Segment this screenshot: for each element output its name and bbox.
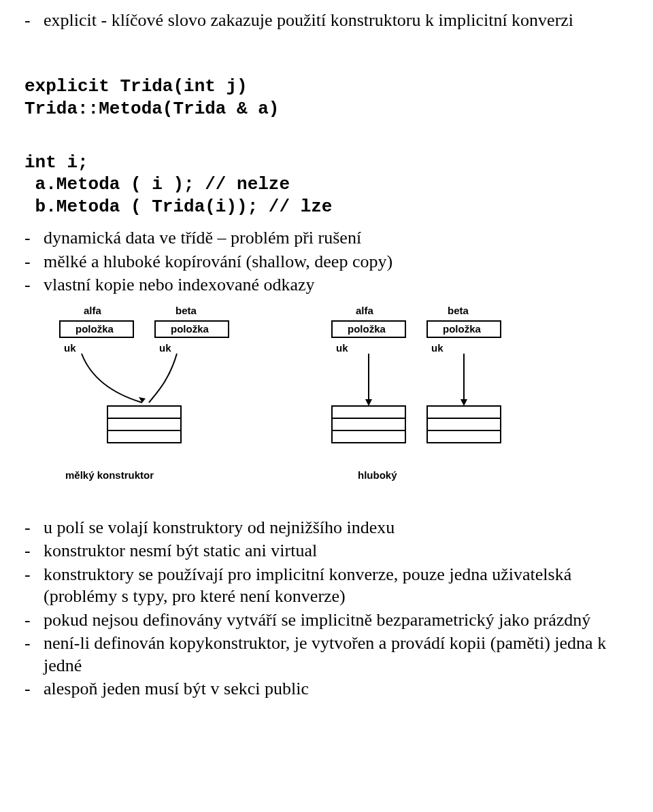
label-polozka: položka bbox=[443, 323, 481, 335]
bullet-text: alespoň jeden musí být v sekci public bbox=[44, 678, 629, 700]
label-uk: uk bbox=[336, 342, 348, 354]
bullet-not-static-virtual: - konstruktor nesmí být static ani virtu… bbox=[24, 540, 629, 562]
code-line: a.Metoda ( i ); // nelze bbox=[24, 174, 290, 194]
label-alfa: alfa bbox=[84, 305, 102, 316]
bullet-dash: - bbox=[24, 609, 44, 632]
bullet-array-constructors: - u polí se volají konstruktory od nejni… bbox=[24, 517, 629, 539]
svg-rect-15 bbox=[332, 430, 405, 443]
svg-rect-13 bbox=[332, 406, 405, 418]
page: - explicit - klíčové slovo zakazuje použ… bbox=[0, 0, 653, 812]
label-beta: beta bbox=[448, 305, 469, 316]
label-deep-constructor: hluboký bbox=[358, 469, 397, 481]
bullet-implicit-conversion: - konstruktory se používají pro implicit… bbox=[24, 564, 629, 608]
label-uk: uk bbox=[431, 342, 443, 354]
svg-rect-18 bbox=[427, 430, 501, 443]
bullet-text: není-li definován kopykonstruktor, je vy… bbox=[44, 632, 629, 677]
bullet-text: konstruktory se používají pro implicitní… bbox=[44, 564, 629, 608]
bullet-text: mělké a hluboké kopírování (shallow, dee… bbox=[44, 251, 629, 273]
bullet-dash: - bbox=[24, 517, 44, 539]
bullet-text: dynamická data ve třídě – problém při ru… bbox=[44, 227, 629, 250]
bullet-default-constructor: - pokud nejsou definovány vytváří se imp… bbox=[24, 609, 629, 632]
spacer bbox=[24, 33, 629, 44]
code-line: Trida::Metoda(Trida & a) bbox=[24, 99, 279, 119]
bullet-dynamic-data: - dynamická data ve třídě – problém při … bbox=[24, 227, 629, 250]
label-polozka: položka bbox=[348, 323, 386, 335]
code-line: explicit Trida(int j) bbox=[24, 76, 248, 97]
diagram-svg: .dtxt { font-family: Arial, Helvetica, s… bbox=[24, 301, 629, 505]
bullet-own-copy: - vlastní kopie nebo indexované odkazy bbox=[24, 274, 629, 297]
svg-marker-12 bbox=[461, 399, 467, 406]
bullet-dash: - bbox=[24, 632, 44, 677]
svg-rect-17 bbox=[427, 418, 501, 430]
svg-rect-6 bbox=[107, 430, 181, 443]
bullet-text: vlastní kopie nebo indexované odkazy bbox=[44, 274, 629, 297]
bullet-dash: - bbox=[24, 678, 44, 700]
label-shallow-constructor: mělký konstruktor bbox=[65, 469, 154, 481]
svg-rect-14 bbox=[332, 418, 405, 430]
bullet-dash: - bbox=[24, 10, 44, 32]
bullet-text: explicit - klíčové slovo zakazuje použit… bbox=[44, 10, 629, 32]
code-block-usage: int i; a.Metoda ( i ); // nelze b.Metoda… bbox=[24, 129, 629, 218]
bullet-dash: - bbox=[24, 274, 44, 297]
bullet-dash: - bbox=[24, 564, 44, 608]
bullet-dash: - bbox=[24, 251, 44, 273]
bullet-text: u polí se volají konstruktory od nejnižš… bbox=[44, 517, 629, 539]
code-line: b.Metoda ( Trida(i)); // lze bbox=[24, 197, 332, 217]
svg-marker-10 bbox=[365, 399, 372, 406]
bullet-dash: - bbox=[24, 540, 44, 562]
label-polozka: položka bbox=[171, 323, 209, 335]
label-beta: beta bbox=[175, 305, 197, 316]
code-line: int i; bbox=[24, 152, 88, 173]
bullet-copy-constructor: - není-li definován kopykonstruktor, je … bbox=[24, 632, 629, 677]
label-polozka: položka bbox=[76, 323, 114, 335]
bullet-text: konstruktor nesmí být static ani virtual bbox=[44, 540, 629, 562]
label-uk: uk bbox=[64, 342, 76, 354]
svg-rect-16 bbox=[427, 406, 501, 418]
bullet-shallow-deep: - mělké a hluboké kopírování (shallow, d… bbox=[24, 251, 629, 273]
code-block-constructor: explicit Trida(int j) Trida::Metoda(Trid… bbox=[24, 54, 629, 120]
label-alfa: alfa bbox=[356, 305, 374, 316]
svg-rect-5 bbox=[107, 418, 181, 430]
bullet-public-section: - alespoň jeden musí být v sekci public bbox=[24, 678, 629, 700]
label-uk: uk bbox=[159, 342, 171, 354]
bullet-dash: - bbox=[24, 227, 44, 250]
bullet-text: pokud nejsou definovány vytváří se impli… bbox=[44, 609, 629, 632]
copy-diagram: .dtxt { font-family: Arial, Helvetica, s… bbox=[24, 301, 629, 505]
bullet-explicit-keyword: - explicit - klíčové slovo zakazuje použ… bbox=[24, 10, 629, 32]
svg-rect-4 bbox=[107, 406, 181, 418]
